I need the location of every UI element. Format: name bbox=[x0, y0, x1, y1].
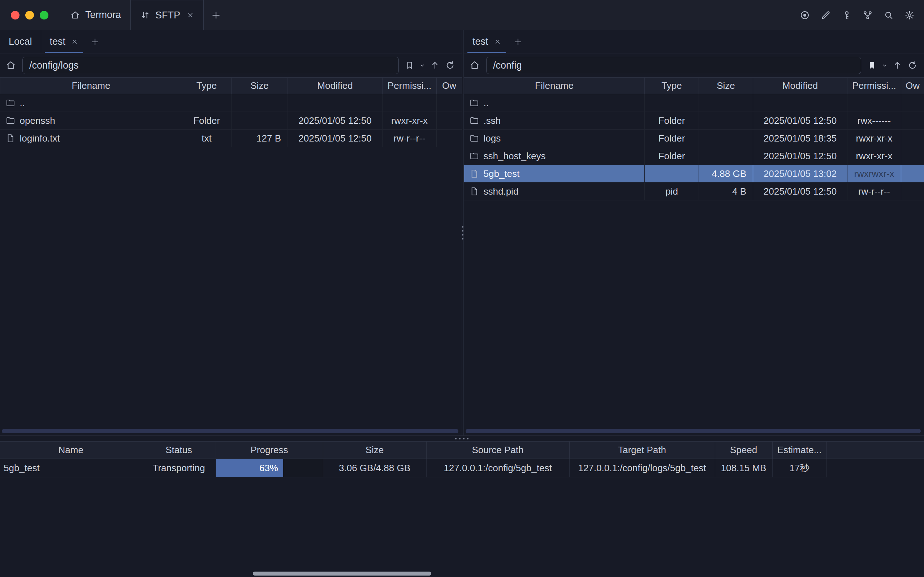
owner-cell bbox=[901, 94, 924, 112]
col-modified[interactable]: Modified bbox=[288, 77, 382, 94]
transfer-target-cell: 127.0.0.1:/config/logs/5gb_test bbox=[569, 459, 715, 477]
zoom-window-button[interactable] bbox=[40, 11, 48, 19]
modified-cell: 2025/01/05 12:50 bbox=[753, 147, 847, 165]
add-panel-tab-button-right[interactable] bbox=[510, 30, 526, 53]
col-transfer-name[interactable]: Name bbox=[0, 442, 142, 459]
transfer-splitter[interactable] bbox=[0, 435, 924, 441]
bookmark-filled-icon bbox=[867, 61, 877, 70]
filename-label: .. bbox=[484, 97, 489, 109]
col-owner[interactable]: Ow bbox=[901, 77, 924, 94]
tab-termora[interactable]: Termora bbox=[61, 0, 131, 30]
path-input-right[interactable]: /config bbox=[486, 57, 861, 74]
bookmark-dropdown-button-right[interactable] bbox=[880, 62, 889, 69]
modified-cell: 2025/01/05 13:02 bbox=[753, 165, 847, 183]
folder-icon bbox=[469, 151, 479, 161]
col-filename[interactable]: Filename bbox=[0, 77, 182, 94]
home-button-left[interactable] bbox=[3, 60, 19, 71]
transfer-table-header: Name Status Progress Size Source Path Ta… bbox=[0, 442, 924, 459]
filename-label: 5gb_test bbox=[484, 168, 520, 179]
search-button[interactable] bbox=[882, 10, 895, 20]
add-panel-tab-button-left[interactable] bbox=[87, 30, 103, 53]
modified-cell: 2025/01/05 12:50 bbox=[288, 112, 382, 130]
settings-icon bbox=[905, 10, 914, 20]
transfer-progress-fill: 63% bbox=[216, 459, 283, 477]
path-input-left[interactable]: /config/logs bbox=[23, 57, 399, 74]
transfer-filler-cell bbox=[826, 459, 924, 477]
tab-sftp[interactable]: SFTP bbox=[131, 0, 204, 30]
transfer-row[interactable]: 5gb_test Transporting 63% 3.06 GB/4.88 G… bbox=[0, 459, 924, 477]
close-window-button[interactable] bbox=[11, 11, 19, 19]
file-row[interactable]: sshd.pid pid 4 B 2025/01/05 12:50 rw-r--… bbox=[464, 183, 924, 200]
record-button[interactable] bbox=[798, 10, 811, 20]
window-horizontal-scrollbar[interactable] bbox=[253, 572, 431, 575]
col-size[interactable]: Size bbox=[699, 77, 753, 94]
horizontal-scrollbar-left[interactable] bbox=[2, 429, 458, 433]
new-tab-button[interactable] bbox=[208, 0, 224, 30]
col-transfer-size[interactable]: Size bbox=[323, 442, 426, 459]
file-row[interactable]: loginfo.txt txt 127 B 2025/01/05 12:50 r… bbox=[0, 130, 462, 147]
col-type[interactable]: Type bbox=[645, 77, 699, 94]
bookmark-dropdown-button-left[interactable] bbox=[418, 62, 427, 69]
refresh-button-right[interactable] bbox=[905, 60, 920, 71]
type-cell bbox=[645, 94, 699, 112]
edit-button[interactable] bbox=[819, 10, 832, 20]
modified-cell bbox=[288, 94, 382, 112]
bookmark-button-left[interactable] bbox=[402, 61, 417, 70]
col-transfer-progress[interactable]: Progress bbox=[216, 442, 323, 459]
permissions-cell: rw-r--r-- bbox=[847, 183, 901, 200]
permissions-cell: rwx------ bbox=[847, 112, 901, 130]
folder-icon bbox=[5, 116, 16, 126]
type-cell: txt bbox=[182, 130, 232, 147]
file-row[interactable]: openssh Folder 2025/01/05 12:50 rwxr-xr-… bbox=[0, 112, 462, 130]
macro-button[interactable] bbox=[861, 10, 874, 20]
col-size[interactable]: Size bbox=[232, 77, 288, 94]
col-transfer-estimate[interactable]: Estimate... bbox=[772, 442, 826, 459]
parent-directory-button-right[interactable] bbox=[890, 60, 905, 71]
transfer-name-cell: 5gb_test bbox=[0, 459, 142, 477]
col-type[interactable]: Type bbox=[182, 77, 232, 94]
owner-cell bbox=[901, 183, 924, 200]
bookmark-button-right[interactable] bbox=[865, 61, 879, 70]
file-row[interactable]: .. bbox=[464, 94, 924, 112]
col-transfer-speed[interactable]: Speed bbox=[715, 442, 772, 459]
file-row[interactable]: .ssh Folder 2025/01/05 12:50 rwx------ bbox=[464, 112, 924, 130]
col-transfer-source[interactable]: Source Path bbox=[426, 442, 569, 459]
minimize-window-button[interactable] bbox=[25, 11, 34, 19]
left-path-actions bbox=[402, 60, 457, 71]
tab-test-right-label: test bbox=[472, 36, 489, 47]
modified-cell bbox=[753, 94, 847, 112]
refresh-button-left[interactable] bbox=[443, 60, 457, 71]
tab-test-right[interactable]: test bbox=[464, 30, 510, 53]
col-permissions[interactable]: Permissi... bbox=[847, 77, 901, 94]
close-icon[interactable] bbox=[71, 38, 78, 45]
size-cell bbox=[232, 94, 288, 112]
filename-label: .ssh bbox=[484, 115, 501, 126]
tab-test-left[interactable]: test bbox=[41, 30, 87, 53]
col-permissions[interactable]: Permissi... bbox=[382, 77, 437, 94]
home-button-right[interactable] bbox=[467, 60, 482, 71]
parent-directory-button-left[interactable] bbox=[428, 60, 442, 71]
settings-button[interactable] bbox=[903, 10, 916, 20]
file-row[interactable]: logs Folder 2025/01/05 18:35 rwxr-xr-x bbox=[464, 130, 924, 147]
file-row[interactable]: ssh_host_keys Folder 2025/01/05 12:50 rw… bbox=[464, 147, 924, 165]
transfer-panel: Name Status Progress Size Source Path Ta… bbox=[0, 441, 924, 477]
file-row[interactable]: .. bbox=[0, 94, 462, 112]
empty-area bbox=[0, 477, 924, 577]
chevron-down-icon bbox=[881, 62, 888, 69]
close-icon[interactable] bbox=[187, 11, 194, 19]
file-row-selected[interactable]: 5gb_test 4.88 GB 2025/01/05 13:02 rwxrwx… bbox=[464, 165, 924, 183]
type-cell: Folder bbox=[645, 112, 699, 130]
folder-icon bbox=[469, 116, 479, 126]
col-transfer-status[interactable]: Status bbox=[142, 442, 216, 459]
permissions-cell bbox=[847, 94, 901, 112]
owner-cell bbox=[901, 130, 924, 147]
close-icon[interactable] bbox=[494, 38, 501, 45]
tab-local[interactable]: Local bbox=[0, 30, 41, 53]
col-owner[interactable]: Ow bbox=[437, 77, 462, 94]
key-button[interactable] bbox=[840, 10, 853, 20]
filename-label: openssh bbox=[20, 115, 55, 126]
horizontal-scrollbar-right[interactable] bbox=[466, 429, 921, 433]
col-transfer-target[interactable]: Target Path bbox=[569, 442, 715, 459]
col-filename[interactable]: Filename bbox=[464, 77, 645, 94]
col-modified[interactable]: Modified bbox=[753, 77, 847, 94]
